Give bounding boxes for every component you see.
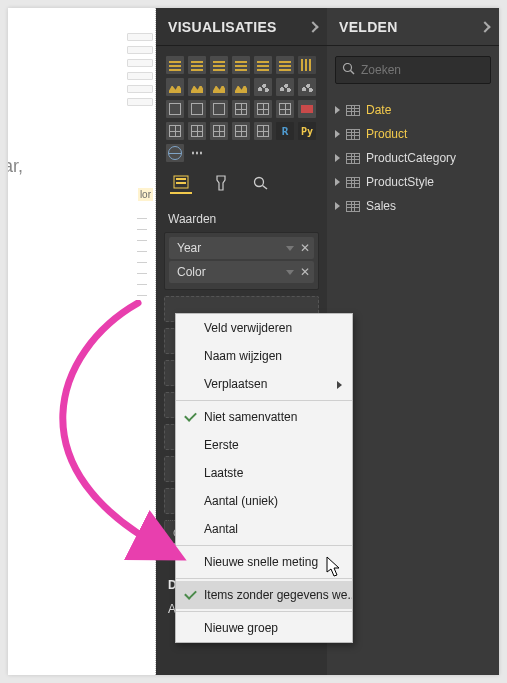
menu-separator [176,611,352,612]
values-label: Waarden [156,204,327,232]
fields-header[interactable]: VELDEN [327,8,499,46]
viz-type-icon[interactable] [232,100,250,118]
svg-rect-1 [176,178,186,180]
viz-type-icon[interactable] [276,56,294,74]
search-input[interactable] [361,63,499,77]
tab-format[interactable] [210,172,232,194]
table-row[interactable]: ProductStyle [329,170,497,194]
value-pill-color[interactable]: Color ✕ [169,261,314,283]
expand-icon[interactable] [335,106,340,114]
menu-separator [176,400,352,401]
context-menu-item[interactable]: Aantal (uniek) [176,487,352,515]
viz-type-icon[interactable] [188,100,206,118]
viz-type-icon[interactable]: R [276,122,294,140]
pill-label: Year [177,241,201,255]
field-context-menu: Veld verwijderenNaam wijzigenVerplaatsen… [175,313,353,643]
svg-line-4 [263,186,268,190]
viz-type-icon[interactable] [166,100,184,118]
viz-type-icon[interactable] [210,78,228,96]
svg-point-5 [344,64,352,72]
table-icon [346,153,360,164]
expand-icon[interactable] [335,154,340,162]
viz-type-icon[interactable] [232,122,250,140]
canvas-widget-stub [127,28,153,111]
viz-type-icon[interactable] [254,122,272,140]
pill-remove-icon[interactable]: ✕ [300,265,310,279]
pill-remove-icon[interactable]: ✕ [300,241,310,255]
context-menu-item[interactable]: Laatste [176,459,352,487]
menu-separator [176,578,352,579]
viz-type-icon[interactable] [166,78,184,96]
table-name: Sales [366,199,396,213]
svg-rect-2 [176,182,186,184]
menu-separator [176,545,352,546]
viz-type-icon[interactable] [210,122,228,140]
table-row[interactable]: Product [329,122,497,146]
report-canvas[interactable]: g jaar, lor [8,8,156,675]
collapse-icon[interactable] [479,21,490,32]
viz-type-icon[interactable] [166,144,184,162]
context-menu-item[interactable]: Nieuwe groep [176,614,352,642]
table-name: Date [366,103,391,117]
table-row[interactable]: Date [329,98,497,122]
table-row[interactable]: ProductCategory [329,146,497,170]
viz-type-icon[interactable]: Py [298,122,316,140]
value-pill-year[interactable]: Year ✕ [169,237,314,259]
search-icon [342,62,355,78]
context-menu-item[interactable]: Items zonder gegevens we... [176,581,352,609]
viz-type-icon[interactable] [166,56,184,74]
viz-type-icon[interactable] [254,100,272,118]
visualizations-header[interactable]: VISUALISATIES [156,8,327,46]
context-menu-item[interactable]: Niet samenvatten [176,403,352,431]
viz-type-icon[interactable] [276,100,294,118]
pill-label: Color [177,265,206,279]
fields-search[interactable] [335,56,491,84]
viz-type-icon[interactable] [276,78,294,96]
viz-type-icon[interactable] [210,100,228,118]
viz-type-icon[interactable] [298,100,316,118]
expand-icon[interactable] [335,178,340,186]
viz-type-icon[interactable] [232,56,250,74]
viz-type-icon[interactable] [298,56,316,74]
canvas-color-label: lor [138,188,153,201]
viz-type-icon[interactable] [254,56,272,74]
viz-type-icon[interactable] [210,56,228,74]
pill-dropdown-icon[interactable] [286,246,294,251]
viz-type-icon[interactable] [166,122,184,140]
expand-icon[interactable] [335,202,340,210]
viz-type-icon[interactable] [232,78,250,96]
tab-analytics[interactable] [250,172,272,194]
context-menu-item[interactable]: Aantal [176,515,352,543]
context-menu-item[interactable]: Verplaatsen [176,370,352,398]
canvas-year-text: g jaar, [8,156,23,177]
context-menu-item[interactable]: Naam wijzigen [176,342,352,370]
table-icon [346,129,360,140]
viz-type-icon[interactable] [254,78,272,96]
fields-title: VELDEN [339,19,398,35]
canvas-rows-stub [137,208,147,303]
viz-type-icon[interactable] [188,122,206,140]
pill-dropdown-icon[interactable] [286,270,294,275]
table-icon [346,201,360,212]
context-menu-item[interactable]: Eerste [176,431,352,459]
table-icon [346,105,360,116]
viz-type-icon[interactable] [298,78,316,96]
viz-tabs [156,168,327,204]
table-name: ProductStyle [366,175,434,189]
table-name: Product [366,127,407,141]
table-icon [346,177,360,188]
tab-fields[interactable] [170,172,192,194]
viz-gallery: RPy⋯ [156,46,327,168]
values-well[interactable]: Year ✕ Color ✕ [164,232,319,290]
viz-type-icon[interactable] [188,78,206,96]
table-name: ProductCategory [366,151,456,165]
svg-line-6 [351,71,355,75]
viz-type-icon[interactable] [188,56,206,74]
context-menu-item[interactable]: Nieuwe snelle meting [176,548,352,576]
collapse-icon[interactable] [307,21,318,32]
context-menu-item[interactable]: Veld verwijderen [176,314,352,342]
expand-icon[interactable] [335,130,340,138]
table-row[interactable]: Sales [329,194,497,218]
visualizations-title: VISUALISATIES [168,19,277,35]
viz-type-icon[interactable]: ⋯ [188,144,206,162]
